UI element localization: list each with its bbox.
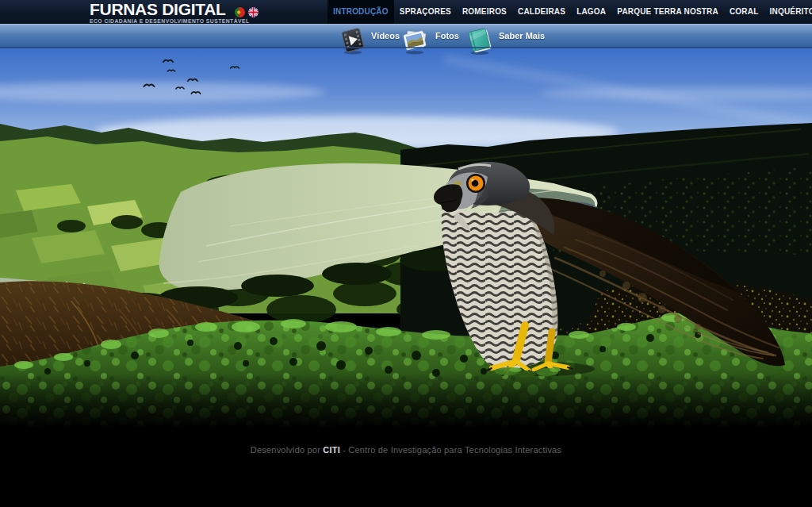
- nav-item-lagoa[interactable]: LAGOA: [571, 0, 611, 24]
- logo-title: FURNAS DIGITAL: [90, 1, 250, 17]
- videos-link[interactable]: Vídeos: [371, 31, 400, 40]
- goshawk-eye: [466, 174, 485, 193]
- furnas-digital-page: FURNAS DIGITAL ECO CIDADANIA E DESENVOLV…: [0, 0, 812, 507]
- saber-mais-link[interactable]: Saber Mais: [499, 31, 545, 40]
- footer-prefix: Desenvolvido por: [251, 445, 323, 455]
- video-icon[interactable]: [338, 25, 368, 56]
- nav-item-spracores[interactable]: SPRAÇORES: [394, 0, 457, 24]
- nav-item-coral[interactable]: CORAL: [724, 0, 764, 24]
- fotos-link[interactable]: Fotos: [435, 31, 459, 40]
- nav-item-inquerito[interactable]: INQUÉRITO: [764, 0, 812, 24]
- nav-item-introducao[interactable]: INTRODUÇÃO: [327, 0, 394, 24]
- footer-suffix: - Centro de Investigação para Tecnologia…: [340, 445, 561, 455]
- bottom-fade: [0, 373, 812, 428]
- nav-item-caldeiras[interactable]: CALDEIRAS: [512, 0, 571, 24]
- book-icon[interactable]: [465, 25, 495, 56]
- uk-flag-icon[interactable]: [248, 7, 259, 17]
- nav-item-parque-terra-nostra[interactable]: PARQUE TERRA NOSTRA: [611, 0, 724, 24]
- language-switcher: [235, 7, 259, 17]
- nav-item-romeiros[interactable]: ROMEIROS: [457, 0, 512, 24]
- main-nav: INTRODUÇÃO SPRAÇORES ROMEIROS CALDEIRAS …: [327, 0, 812, 24]
- logo-subtitle: ECO CIDADANIA E DESENVOLVIMENTO SUSTENTÁ…: [90, 18, 250, 24]
- photos-icon[interactable]: [400, 25, 430, 56]
- portugal-flag-icon[interactable]: [235, 7, 245, 17]
- media-toolbar: Vídeos Fotos: [0, 24, 812, 48]
- footer-credit: Desenvolvido por CITI - Centro de Invest…: [0, 445, 812, 455]
- citi-link[interactable]: CITI: [323, 445, 340, 455]
- site-logo[interactable]: FURNAS DIGITAL ECO CIDADANIA E DESENVOLV…: [90, 1, 250, 24]
- top-bar: FURNAS DIGITAL ECO CIDADANIA E DESENVOLV…: [0, 0, 812, 24]
- hero-image: [0, 48, 812, 428]
